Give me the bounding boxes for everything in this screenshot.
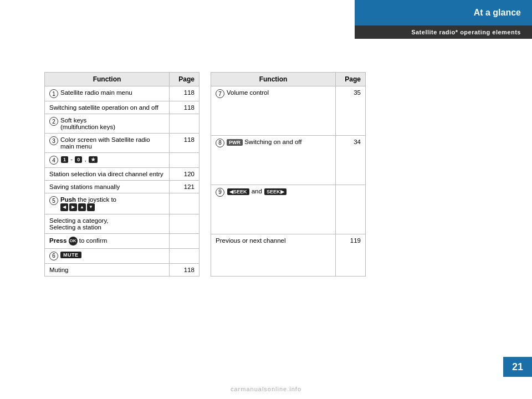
row-page <box>170 153 200 168</box>
row-number-6: 6 <box>49 252 58 260</box>
table-row: 5 Push the joystick to ◀ ▶ ▲ ▼ <box>45 193 200 214</box>
mute-badge: MUTE <box>60 252 81 258</box>
header-title: At a glance <box>355 0 532 25</box>
row-page: 118 <box>170 101 200 114</box>
ok-badge: OK <box>69 237 78 245</box>
table-row: 8 PWR Switching on and off 34 <box>211 135 366 185</box>
row-number-1: 1 <box>49 89 58 98</box>
row-function: Muting <box>45 263 170 276</box>
table-row: Station selection via direct channel ent… <box>45 168 200 181</box>
table-row: Muting 118 <box>45 263 200 276</box>
arrow-left: ◀ <box>60 203 68 211</box>
row-function: Press OK to confirm <box>45 233 170 248</box>
row-page: 34 <box>336 135 366 185</box>
right-col-function-header: Function <box>211 73 336 86</box>
row-page: 118 <box>170 263 200 276</box>
row-page <box>170 114 200 134</box>
table-row: Press OK to confirm <box>45 233 200 248</box>
left-col-page-header: Page <box>170 73 200 86</box>
row-number-5: 5 <box>49 196 58 205</box>
badge-0: 0 <box>75 156 82 163</box>
page-number-badge: 21 <box>503 357 532 377</box>
row-function: 3 Color screen with Satellite radio main… <box>45 134 170 153</box>
badge-star: ★ <box>89 156 98 163</box>
table-row: 1 Satellite radio main menu 118 <box>45 86 200 101</box>
table-row: Previous or next channel 119 <box>211 234 366 276</box>
row-page <box>170 193 200 214</box>
right-function-table: Function Page 7 Volume control 35 8 <box>211 72 366 277</box>
row-function: Saving stations manually <box>45 181 170 193</box>
seek-plus-badge: SEEK▶ <box>264 188 287 195</box>
seek-minus-badge: ◀SEEK <box>227 188 249 195</box>
table-row: 6 MUTE <box>45 248 200 263</box>
row-function: 1 Satellite radio main menu <box>45 86 170 101</box>
table-row: 7 Volume control 35 <box>211 86 366 136</box>
table-row: 4 1 - 0 , ★ <box>45 153 200 168</box>
table-row: Switching satellite operation on and off… <box>45 101 200 114</box>
table-row: Saving stations manually 121 <box>45 181 200 193</box>
table-row: 9 ◀SEEK and SEEK▶ <box>211 185 366 234</box>
row-function: 5 Push the joystick to ◀ ▶ ▲ ▼ <box>45 193 170 214</box>
watermark: carmanualsonline.info <box>231 386 301 392</box>
row-page: 121 <box>170 181 200 193</box>
header-banner: At a glance Satellite radio* operating e… <box>355 0 532 39</box>
table-row: 3 Color screen with Satellite radio main… <box>45 134 200 153</box>
row-function: Selecting a category,Selecting a station <box>45 214 170 233</box>
pwr-badge: PWR <box>227 139 243 146</box>
row-page <box>170 214 200 233</box>
row-number-9: 9 <box>216 188 224 197</box>
row-function: Station selection via direct channel ent… <box>45 168 170 181</box>
row-number-3: 3 <box>49 136 58 145</box>
row-page: 120 <box>170 168 200 181</box>
row-function: Switching satellite operation on and off <box>45 101 170 114</box>
arrow-down: ▼ <box>87 203 95 211</box>
table-row: 2 Soft keys(multifunction keys) <box>45 114 200 134</box>
row-page <box>170 233 200 248</box>
row-page <box>336 185 366 234</box>
row-function: 6 MUTE <box>45 248 170 263</box>
row-function: 4 1 - 0 , ★ <box>45 153 170 168</box>
row-function: 8 PWR Switching on and off <box>211 135 336 185</box>
tables-wrapper: Function Page 1 Satellite radio main men… <box>44 72 366 277</box>
row-page: 119 <box>336 234 366 276</box>
header-subtitle: Satellite radio* operating elements <box>355 25 532 39</box>
left-function-table: Function Page 1 Satellite radio main men… <box>44 72 200 277</box>
row-function: 9 ◀SEEK and SEEK▶ <box>211 185 336 234</box>
row-function: 7 Volume control <box>211 86 336 136</box>
row-number-4: 4 <box>49 156 58 165</box>
right-col-page-header: Page <box>336 73 366 86</box>
row-function: Previous or next channel <box>211 234 336 276</box>
row-page <box>170 248 200 263</box>
badge-1: 1 <box>61 156 68 163</box>
table-row: Selecting a category,Selecting a station <box>45 214 200 233</box>
row-number-2: 2 <box>49 117 58 126</box>
row-number-8: 8 <box>216 139 224 147</box>
left-col-function-header: Function <box>45 73 170 86</box>
arrow-right: ▶ <box>69 203 77 211</box>
row-page: 118 <box>170 134 200 153</box>
row-page: 118 <box>170 86 200 101</box>
arrow-keys: ◀ ▶ ▲ ▼ <box>60 203 95 211</box>
row-function: 2 Soft keys(multifunction keys) <box>45 114 170 134</box>
row-number-7: 7 <box>216 89 224 98</box>
row-page: 35 <box>336 86 366 136</box>
arrow-up: ▲ <box>78 203 86 211</box>
